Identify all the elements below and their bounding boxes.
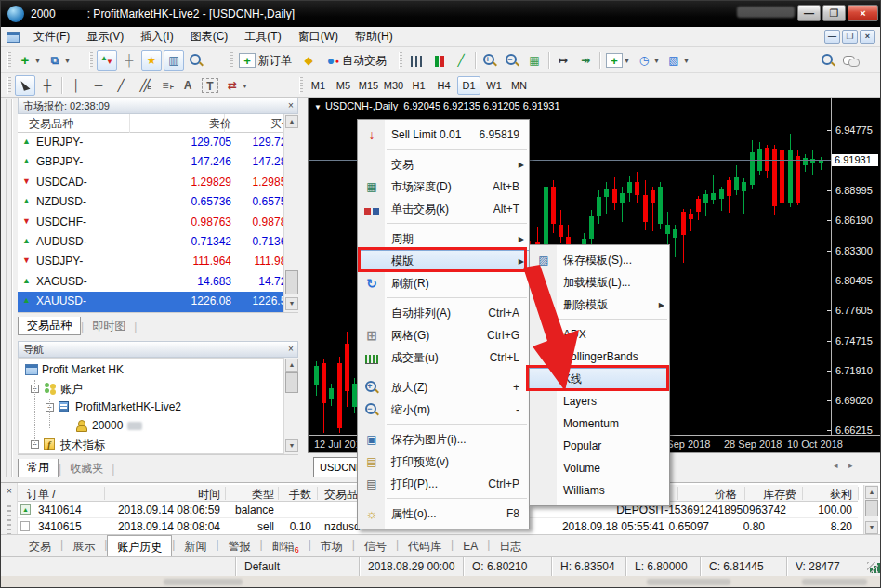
market-watch-scrollbar[interactable]: ▲ ▼: [283, 114, 298, 312]
scroll-down-icon[interactable]: ▼: [865, 521, 878, 534]
context-menu-刷新-r-[interactable]: 刷新(R): [358, 272, 529, 294]
scroll-up-icon[interactable]: ▲: [285, 115, 298, 128]
terminal-button[interactable]: [164, 50, 184, 71]
terminal-close-icon[interactable]: ×: [4, 486, 15, 497]
chart-profiles-button[interactable]: ▼: [45, 50, 72, 71]
market-watch-row[interactable]: ▲NZDUSD-0.657360.65757: [18, 192, 283, 212]
context-menu-成交量-u-[interactable]: 成交量(u)Ctrl+L: [358, 346, 529, 369]
timeframe-m30[interactable]: M30: [382, 76, 405, 95]
line-chart-button[interactable]: [451, 50, 471, 71]
market-watch-row[interactable]: ▲XAUUSD-1226.081226.55: [18, 292, 283, 311]
candlestick-chart-button[interactable]: [428, 50, 449, 71]
data-window-button[interactable]: [119, 50, 139, 71]
vertical-line-button[interactable]: [66, 75, 86, 96]
timeframe-mn[interactable]: MN: [507, 76, 531, 95]
navigator-item--[interactable]: −技术指标: [18, 436, 278, 454]
navigator-item--[interactable]: −账户: [18, 380, 278, 399]
menubar-item[interactable]: 显示(V): [78, 27, 132, 46]
market-watch-row[interactable]: ▲AUDUSD-0.713420.71361: [18, 232, 283, 252]
context-menu-保存为图片-i-[interactable]: 保存为图片(i)...: [358, 428, 529, 451]
context-menu-单击交易-k-[interactable]: 单击交易(k)Alt+T: [358, 198, 529, 220]
resize-grip[interactable]: [867, 562, 878, 573]
dropdown-caret-icon[interactable]: ▼: [624, 58, 630, 64]
toolbar-grip[interactable]: [399, 52, 402, 69]
terminal-tab-日志[interactable]: 日志: [490, 535, 531, 556]
navigator-button[interactable]: [141, 50, 162, 71]
scroll-down-icon[interactable]: ▼: [285, 297, 298, 310]
market-watch-row[interactable]: ▼USDJPY-111.964111.982: [18, 252, 283, 271]
context-menu-属性-o-[interactable]: 属性(o)...F8: [358, 503, 529, 525]
timeframe-m1[interactable]: M1: [307, 76, 330, 95]
context-menu-交易[interactable]: 交易▶: [358, 153, 529, 176]
context-menu-缩小-m-[interactable]: −缩小(m)-: [358, 399, 529, 421]
menubar-item[interactable]: 插入(I): [132, 27, 181, 46]
dropdown-caret-icon[interactable]: ▼: [653, 58, 660, 64]
indicators-button[interactable]: ▼: [604, 50, 632, 71]
terminal-tab-交易[interactable]: 交易: [20, 535, 60, 556]
cursor-button[interactable]: [15, 75, 35, 96]
context-menu-周期[interactable]: 周期▶: [358, 228, 529, 250]
template-submenu-momentum[interactable]: Momentum: [530, 412, 669, 435]
navigator-item-profitmarkethk-live2[interactable]: −ProfitMarketHK-Live2: [18, 399, 278, 417]
close-button[interactable]: ×: [848, 5, 878, 21]
auto-scroll-button[interactable]: [575, 50, 596, 71]
navigator-item-profit-market-hk[interactable]: Profit Market HK: [18, 361, 278, 380]
mdi-minimize-button[interactable]: —: [824, 30, 840, 44]
scroll-up-icon[interactable]: ▲: [285, 359, 298, 372]
terminal-tab-代码库[interactable]: 代码库: [399, 535, 451, 556]
market-watch-tab-0[interactable]: 交易品种: [18, 317, 81, 335]
context-menu-打印-p-[interactable]: 打印(P)...Ctrl+P: [358, 473, 529, 495]
dropdown-caret-icon[interactable]: ▼: [242, 83, 248, 89]
new-chart-button[interactable]: ▼: [15, 50, 43, 71]
tile-windows-button[interactable]: [524, 50, 545, 71]
template-submenu-保存模板-s-[interactable]: 保存模板(S)...: [530, 249, 669, 271]
trendline-button[interactable]: [111, 75, 131, 96]
toolbar-grip[interactable]: [89, 52, 93, 69]
context-menu-网格-g-[interactable]: 网格(G)Ctrl+G: [358, 324, 529, 346]
equidistant-channel-button[interactable]: [133, 75, 153, 96]
title-bar[interactable]: 2000: ProfitMarketHK-Live2 - [USDCNH-,Da…: [1, 1, 881, 27]
market-watch-button[interactable]: [97, 50, 117, 71]
template-submenu-popular[interactable]: Popular: [530, 435, 669, 457]
navigator-tab-1[interactable]: 收藏夹: [61, 460, 112, 477]
menubar-item[interactable]: 图表(C): [182, 27, 237, 46]
metaeditor-button[interactable]: [298, 50, 319, 71]
dropdown-caret-icon[interactable]: ▼: [34, 58, 41, 64]
menubar-item[interactable]: 文件(F): [25, 27, 78, 46]
dropdown-caret-icon[interactable]: ▼: [64, 58, 71, 64]
navigator-scrollbar[interactable]: ▲ ▼: [283, 358, 298, 454]
horizontal-line-button[interactable]: [88, 75, 109, 96]
terminal-tab-账户历史[interactable]: 账户历史: [107, 535, 172, 556]
text-button[interactable]: [178, 75, 198, 96]
zoom-in-button[interactable]: +: [480, 50, 500, 71]
toolbar-grip[interactable]: [299, 77, 303, 94]
timeframe-m5[interactable]: M5: [332, 76, 355, 95]
toolbar-grip[interactable]: [7, 77, 11, 94]
strategy-tester-button[interactable]: [186, 50, 206, 71]
context-menu-模版[interactable]: 模版▶: [358, 250, 529, 272]
bar-chart-button[interactable]: [406, 50, 427, 71]
terminal-scrollbar[interactable]: ▲ ▼: [863, 485, 878, 535]
terminal-tab-展示[interactable]: 展示: [63, 535, 104, 556]
search-button[interactable]: [818, 50, 838, 71]
toolbar-grip[interactable]: [7, 52, 11, 69]
terminal-tab-市场[interactable]: 市场: [311, 535, 352, 556]
market-watch-tab-1[interactable]: 即时图: [84, 318, 134, 335]
timeframe-h1[interactable]: H1: [407, 76, 430, 95]
arrows-button[interactable]: ▼: [222, 75, 250, 96]
template-submenu-bollingerbands[interactable]: BollingerBands: [530, 346, 669, 368]
terminal-tab-信号[interactable]: 信号: [355, 535, 396, 556]
template-submenu-删除模版[interactable]: 删除模版▶: [530, 294, 669, 316]
menubar-item[interactable]: 窗口(W): [290, 27, 347, 46]
menubar-item[interactable]: 帮助(H): [347, 27, 401, 46]
crosshair-button[interactable]: [37, 75, 58, 96]
template-submenu-williams[interactable]: Williams: [530, 479, 669, 502]
terminal-tab-ea[interactable]: EA: [454, 535, 487, 556]
restore-button[interactable]: ❐: [822, 5, 846, 21]
scroll-up-icon[interactable]: ▲: [865, 486, 878, 499]
menubar-item[interactable]: 工具(T): [236, 27, 289, 46]
timeframe-h4[interactable]: H4: [432, 76, 455, 95]
dropdown-caret-icon[interactable]: ▼: [683, 58, 690, 64]
chart-shift-button[interactable]: [553, 50, 573, 71]
timeframe-d1[interactable]: D1: [457, 76, 480, 95]
